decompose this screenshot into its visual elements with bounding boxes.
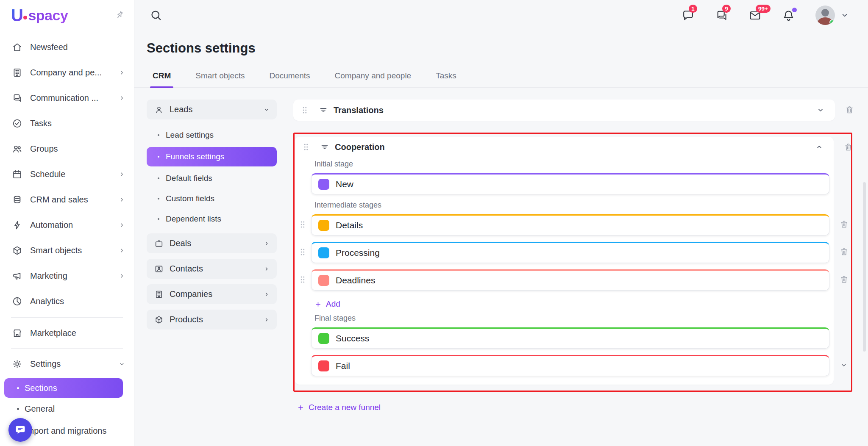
trash-icon[interactable] bbox=[839, 247, 849, 257]
comments-button[interactable]: 1 bbox=[682, 9, 695, 22]
create-funnel-button[interactable]: Create a new funnel bbox=[297, 403, 381, 412]
chevron-right-icon bbox=[263, 316, 270, 323]
sidebar-item-company-and-people[interactable]: Company and pe... bbox=[0, 60, 134, 85]
sidebar-item-sections[interactable]: Sections bbox=[4, 378, 123, 398]
crm-nav-leads[interactable]: Leads bbox=[147, 100, 277, 119]
drag-handle-icon[interactable] bbox=[300, 105, 309, 115]
stage-row: New bbox=[311, 173, 829, 194]
logo-u: U bbox=[11, 6, 23, 25]
main-area: 1 9 99+ S bbox=[134, 0, 868, 446]
tab-tasks[interactable]: Tasks bbox=[433, 67, 459, 87]
funnel-card-cooperation: Cooperation Initial stage New bbox=[295, 137, 834, 385]
page-content: Sections settings CRM Smart objects Docu… bbox=[134, 30, 868, 446]
expand-chevron-down-icon[interactable] bbox=[816, 106, 825, 114]
add-stage-button[interactable]: Add bbox=[314, 299, 340, 309]
sidebar-item-groups[interactable]: Groups bbox=[0, 136, 134, 161]
crm-nav-lead-settings[interactable]: Lead settings bbox=[147, 125, 277, 145]
crm-nav-funnels-settings[interactable]: Funnels settings bbox=[147, 147, 277, 166]
chat-bubble-icon bbox=[14, 424, 26, 436]
tab-documents[interactable]: Documents bbox=[267, 67, 312, 87]
crm-nav-deals[interactable]: Deals bbox=[147, 233, 277, 253]
bullet-icon bbox=[158, 198, 159, 199]
stage-row: Deadlines bbox=[311, 269, 829, 291]
app-logo[interactable]: U spacy bbox=[11, 6, 68, 25]
tab-smart-objects[interactable]: Smart objects bbox=[193, 67, 247, 87]
sidebar-item-tasks[interactable]: Tasks bbox=[0, 111, 134, 136]
pin-sidebar-button[interactable] bbox=[114, 10, 125, 20]
section-label: Intermediate stages bbox=[314, 201, 834, 210]
search-button[interactable] bbox=[150, 9, 162, 22]
logo-text: spacy bbox=[28, 7, 68, 24]
crm-nav-products[interactable]: Products bbox=[147, 310, 277, 330]
sidebar-item-automation[interactable]: Automation bbox=[0, 212, 134, 238]
chevron-right-icon bbox=[118, 94, 125, 102]
collapse-chevron-up-icon[interactable] bbox=[815, 143, 823, 151]
stage-color-swatch[interactable] bbox=[318, 333, 329, 344]
chevron-down-icon[interactable] bbox=[840, 361, 848, 369]
avatar[interactable] bbox=[815, 6, 835, 25]
funnel-card-header[interactable]: Cooperation bbox=[295, 137, 834, 157]
scrollbar-thumb[interactable] bbox=[863, 182, 866, 352]
sidebar-item-label: Marketing bbox=[30, 271, 67, 281]
chevron-right-icon bbox=[118, 196, 125, 203]
tab-company-and-people[interactable]: Company and people bbox=[332, 67, 414, 87]
trash-icon[interactable] bbox=[839, 274, 849, 284]
stage-row: Success bbox=[311, 327, 829, 349]
chevron-right-icon bbox=[118, 222, 125, 229]
chats-button[interactable]: 9 bbox=[715, 9, 728, 22]
drag-handle-icon[interactable] bbox=[298, 247, 307, 257]
sidebar-item-label: Smart objects bbox=[30, 246, 82, 255]
sidebar-item-marketing[interactable]: Marketing bbox=[0, 263, 134, 288]
chevron-down-icon bbox=[840, 11, 849, 20]
stage-color-swatch[interactable] bbox=[318, 360, 329, 371]
stage-color-swatch[interactable] bbox=[318, 220, 329, 231]
sidebar-item-settings[interactable]: Settings bbox=[0, 352, 134, 376]
crm-nav-default-fields[interactable]: Default fields bbox=[147, 168, 277, 188]
trash-icon[interactable] bbox=[843, 142, 853, 152]
stage-input[interactable]: Deadlines bbox=[311, 269, 829, 291]
crm-nav-companies[interactable]: Companies bbox=[147, 284, 277, 304]
crm-nav-custom-fields[interactable]: Custom fields bbox=[147, 188, 277, 209]
search-icon bbox=[150, 9, 162, 22]
mail-button[interactable]: 99+ bbox=[748, 9, 762, 22]
sidebar-item-smart-objects[interactable]: Smart objects bbox=[0, 238, 134, 263]
stage-input[interactable]: New bbox=[311, 173, 829, 194]
gear-icon bbox=[12, 359, 22, 369]
sidebar-item-schedule[interactable]: Schedule bbox=[0, 161, 134, 187]
stage-input[interactable]: Details bbox=[311, 214, 829, 235]
pin-icon bbox=[112, 8, 126, 22]
crm-nav-contacts[interactable]: Contacts bbox=[147, 259, 277, 279]
section-label: Final stages bbox=[314, 314, 834, 323]
trash-icon[interactable] bbox=[839, 219, 849, 229]
stage-color-swatch[interactable] bbox=[318, 275, 329, 286]
tab-crm[interactable]: CRM bbox=[150, 67, 173, 87]
nav-label: Products bbox=[170, 315, 203, 324]
sidebar-item-communication[interactable]: Communication ... bbox=[0, 85, 134, 111]
bullet-icon bbox=[158, 156, 159, 158]
sidebar: U spacy Newsfeed Company and pe... Commu… bbox=[0, 0, 134, 446]
sidebar-item-newsfeed[interactable]: Newsfeed bbox=[0, 34, 134, 60]
support-chat-button[interactable] bbox=[8, 418, 32, 442]
chats-badge: 9 bbox=[722, 5, 731, 13]
drag-handle-icon[interactable] bbox=[298, 275, 307, 284]
building-icon bbox=[154, 290, 164, 299]
stage-input[interactable]: Success bbox=[311, 327, 829, 349]
sidebar-item-general[interactable]: General bbox=[0, 398, 134, 420]
sidebar-item-crm-and-sales[interactable]: CRM and sales bbox=[0, 187, 134, 212]
trash-icon[interactable] bbox=[845, 105, 854, 115]
megaphone-icon bbox=[12, 271, 22, 281]
crm-nav-dependent-lists[interactable]: Dependent lists bbox=[147, 209, 277, 229]
stage-input[interactable]: Fail bbox=[311, 355, 829, 376]
logo-dot-icon bbox=[23, 16, 27, 19]
funnel-card-translations[interactable]: Translations bbox=[293, 100, 835, 121]
sidebar-item-marketplace[interactable]: Marketplace bbox=[0, 321, 134, 345]
sidebar-item-analytics[interactable]: Analytics bbox=[0, 288, 134, 314]
drag-handle-icon[interactable] bbox=[301, 142, 311, 152]
profile-menu[interactable] bbox=[815, 6, 849, 25]
stage-color-swatch[interactable] bbox=[318, 247, 329, 258]
stage-input[interactable]: Processing bbox=[311, 242, 829, 263]
notifications-button[interactable] bbox=[782, 9, 795, 22]
drag-handle-icon[interactable] bbox=[298, 220, 307, 229]
stage-color-swatch[interactable] bbox=[318, 179, 329, 190]
nav-label: Funnels settings bbox=[166, 152, 224, 161]
